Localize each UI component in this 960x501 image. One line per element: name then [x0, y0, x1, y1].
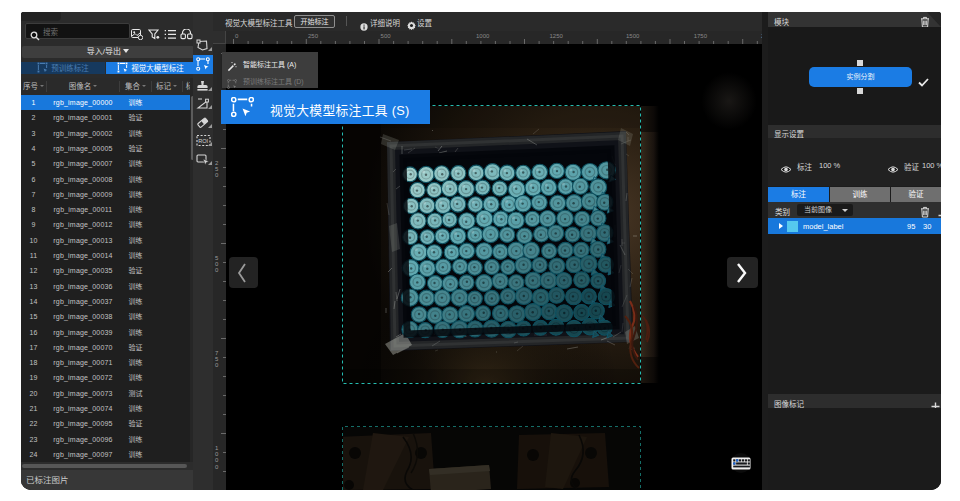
- svg-text:5: 5: [215, 356, 219, 362]
- svg-text:5: 5: [215, 255, 219, 261]
- svg-text:5: 5: [215, 166, 219, 172]
- svg-text:2: 2: [215, 160, 219, 166]
- svg-text:250: 250: [308, 33, 319, 39]
- svg-text:0: 0: [215, 451, 219, 457]
- svg-text:0: 0: [215, 172, 219, 178]
- svg-text:0: 0: [215, 362, 219, 368]
- svg-text:0: 0: [215, 464, 219, 470]
- svg-text:0: 0: [215, 267, 219, 273]
- svg-text:0: 0: [235, 33, 239, 39]
- svg-text:1: 1: [215, 445, 219, 451]
- svg-text:7: 7: [215, 350, 219, 356]
- svg-text:0: 0: [215, 457, 219, 463]
- svg-text:1500: 1500: [626, 33, 640, 39]
- svg-text:1750: 1750: [694, 33, 708, 39]
- svg-text:0: 0: [215, 261, 219, 267]
- svg-text:1250: 1250: [550, 33, 564, 39]
- svg-text:1000: 1000: [476, 33, 490, 39]
- svg-text:500: 500: [381, 33, 392, 39]
